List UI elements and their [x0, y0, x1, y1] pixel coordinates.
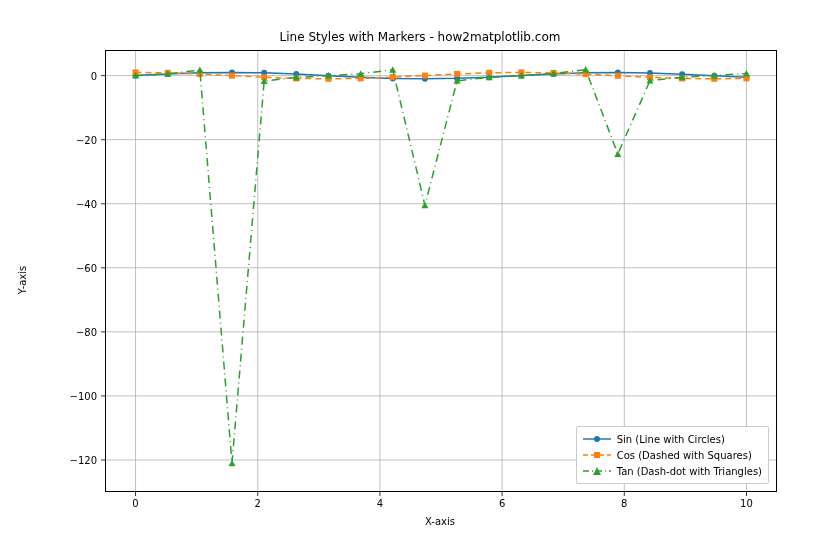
series-marker — [229, 73, 235, 79]
x-tick-label: 2 — [238, 498, 278, 509]
y-tick-label: −60 — [57, 262, 97, 273]
svg-rect-30 — [594, 452, 600, 458]
y-axis-label: Y-axis — [17, 266, 28, 295]
x-tick-label: 8 — [604, 498, 644, 509]
x-tick-label: 6 — [482, 498, 522, 509]
legend-label-sin: Sin (Line with Circles) — [617, 434, 725, 445]
svg-point-28 — [594, 436, 600, 442]
y-tick-label: −120 — [57, 454, 97, 465]
chart-figure: Line Styles with Markers - how2matplotli… — [0, 0, 840, 560]
legend-swatch-tan — [583, 464, 611, 478]
x-axis-label: X-axis — [105, 516, 775, 527]
legend-entry-cos: Cos (Dashed with Squares) — [583, 447, 762, 463]
legend-label-tan: Tan (Dash-dot with Triangles) — [617, 466, 762, 477]
legend-entry-sin: Sin (Line with Circles) — [583, 431, 762, 447]
x-tick-label: 0 — [116, 498, 156, 509]
y-tick-label: −80 — [57, 326, 97, 337]
series-marker — [615, 73, 621, 79]
y-tick-label: 0 — [57, 70, 97, 81]
legend: Sin (Line with Circles) Cos (Dashed with… — [576, 426, 769, 484]
legend-swatch-sin — [583, 432, 611, 446]
series-marker — [454, 71, 460, 77]
series-marker — [229, 460, 236, 467]
y-tick-label: −100 — [57, 390, 97, 401]
series-marker — [614, 151, 621, 158]
series-marker — [421, 202, 428, 209]
series-marker — [196, 67, 203, 74]
plot-area: 0246810 0−20−40−60−80−100−120 Sin (Line … — [105, 50, 777, 492]
y-tick-label: −20 — [57, 134, 97, 145]
chart-title: Line Styles with Markers - how2matplotli… — [0, 30, 840, 44]
legend-label-cos: Cos (Dashed with Squares) — [617, 450, 752, 461]
legend-entry-tan: Tan (Dash-dot with Triangles) — [583, 463, 762, 479]
y-tick-label: −40 — [57, 198, 97, 209]
legend-swatch-cos — [583, 448, 611, 462]
x-tick-label: 4 — [360, 498, 400, 509]
series-line — [136, 70, 747, 464]
x-tick-label: 10 — [726, 498, 766, 509]
series-marker — [422, 73, 428, 79]
